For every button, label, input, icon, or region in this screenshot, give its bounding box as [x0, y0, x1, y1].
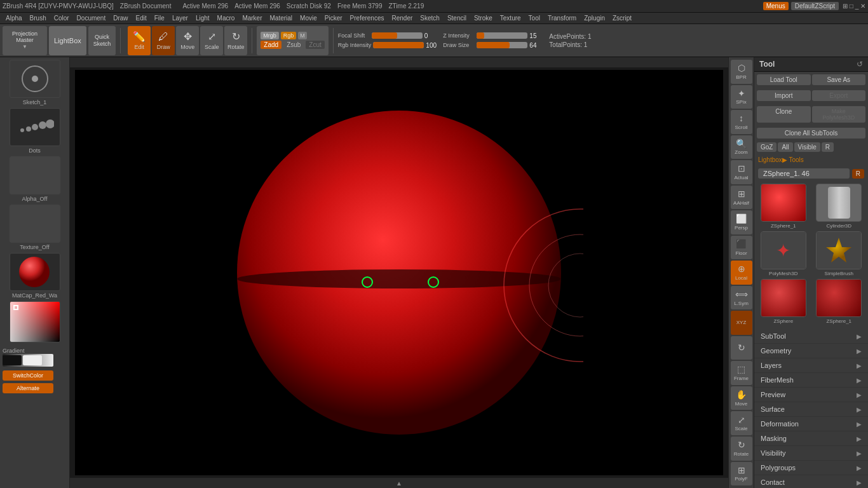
menu-stencil[interactable]: Stencil [444, 14, 470, 22]
matcap-box[interactable] [10, 253, 60, 291]
menu-transform[interactable]: Transform [545, 14, 580, 22]
color-picker-area[interactable] [3, 301, 67, 342]
tool-item-zsphere1b[interactable]: ZSphere_1 [813, 279, 866, 324]
focal-shift-track[interactable] [372, 32, 423, 39]
canvas-main[interactable] [75, 70, 723, 475]
rgb-button[interactable]: Rgb [281, 32, 297, 39]
menu-macro[interactable]: Macro [214, 14, 238, 22]
current-tool-name[interactable]: ZSphere_1. 46 [758, 168, 850, 179]
draw-button[interactable]: 🖊 Draw [152, 26, 175, 55]
import-button[interactable]: Import [757, 90, 811, 101]
tool-item-zsphere[interactable]: ZSphere [757, 279, 810, 324]
goz-button[interactable]: GoZ [757, 142, 776, 152]
menu-marker[interactable]: Marker [239, 14, 265, 22]
z-intensity-track[interactable] [477, 32, 527, 39]
menu-draw[interactable]: Draw [110, 14, 131, 22]
scale2-button[interactable]: ⤢ Scale [731, 411, 752, 435]
tool-item-zsphere1[interactable]: ZSphere_1 [757, 184, 810, 229]
persp-button[interactable]: ⬜ Persp [731, 210, 752, 234]
load-tool-button[interactable]: Load Tool [757, 74, 811, 85]
r-button[interactable]: R [822, 142, 834, 152]
surface-menu-item[interactable]: Surface ▶ [754, 402, 868, 417]
menu-sketch[interactable]: Sketch [417, 14, 443, 22]
menu-file[interactable]: File [151, 14, 168, 22]
tool-item-cylinder3d[interactable]: Cylinder3D [813, 184, 866, 229]
menu-light[interactable]: Light [193, 14, 213, 22]
clone-button[interactable]: Clone [757, 106, 811, 123]
move2-button[interactable]: ✋ Move [731, 386, 752, 410]
menu-material[interactable]: Material [267, 14, 296, 22]
masking-menu-item[interactable]: Masking ▶ [754, 431, 868, 446]
gradient-swatch[interactable] [3, 354, 53, 367]
visibility-menu-item[interactable]: Visibility ▶ [754, 446, 868, 461]
lightbox-tools-label[interactable]: Lightbox▶ Tools [758, 156, 804, 163]
lightbox-button[interactable]: LightBox [49, 26, 86, 55]
sketch-swatch[interactable]: Sketch_1 [3, 60, 67, 105]
floor-button[interactable]: ⬛ Floor [731, 236, 752, 260]
scale-button[interactable]: ⤢ Scale [200, 26, 223, 55]
menu-brush[interactable]: Brush [27, 14, 50, 22]
menu-document[interactable]: Document [74, 14, 109, 22]
deformation-menu-item[interactable]: Deformation ▶ [754, 417, 868, 431]
polyf-button[interactable]: ⊞ PolyF [731, 462, 752, 486]
zcut-button[interactable]: Zcut [306, 41, 324, 49]
default-zscript-button[interactable]: DefaultZScript [791, 2, 839, 10]
color-picker[interactable] [10, 301, 60, 342]
export-button[interactable]: Export [812, 90, 866, 101]
menu-color[interactable]: Color [51, 14, 72, 22]
clone-all-subtools-button[interactable]: Clone All SubTools [757, 128, 865, 139]
dots-swatch[interactable]: Dots [3, 108, 67, 154]
zadd-button[interactable]: Zadd [261, 41, 281, 49]
fibermesh-menu-item[interactable]: FiberMesh ▶ [754, 373, 868, 388]
mrgb-button[interactable]: Mrgb [261, 32, 279, 39]
sphere-viewport[interactable] [215, 95, 583, 451]
quick-sketch-button[interactable]: QuickSketch [88, 26, 116, 55]
contact-menu-item[interactable]: Contact ▶ [754, 475, 868, 488]
refresh-icon[interactable]: ↺ [857, 60, 863, 69]
alternate-button[interactable]: Alternate [3, 383, 53, 393]
xyz-button[interactable]: XYZ [731, 311, 752, 335]
menu-preferences[interactable]: Preferences [347, 14, 388, 22]
layers-menu-item[interactable]: Layers ▶ [754, 358, 868, 373]
texture-swatch[interactable]: Texture_Off [3, 205, 67, 250]
draw-size-track[interactable] [477, 42, 527, 48]
tool-thumb-zsphere[interactable] [761, 279, 806, 317]
menu-zscript[interactable]: Zscript [609, 14, 635, 22]
tool-thumb-simplebrush[interactable] [816, 231, 862, 269]
all-button[interactable]: All [778, 142, 792, 152]
menu-zplugin[interactable]: Zplugin [581, 14, 608, 22]
tool-thumb-polymesh3d[interactable]: ✦ [761, 231, 806, 269]
rotate-sym-button[interactable]: ↻ [731, 336, 752, 360]
menu-picker[interactable]: Picker [322, 14, 346, 22]
projection-master-button[interactable]: ProjectionMaster ▼ [3, 26, 47, 55]
alpha-swatch[interactable]: Alpha_Off [3, 156, 67, 202]
local-button[interactable]: ⊕ Local [731, 261, 752, 285]
menu-movie[interactable]: Movie [297, 14, 320, 22]
preview-menu-item[interactable]: Preview ▶ [754, 388, 868, 402]
menu-stroke[interactable]: Stroke [471, 14, 496, 22]
tool-thumb-cylinder3d[interactable] [816, 184, 862, 222]
polygroups-menu-item[interactable]: Polygroups ▶ [754, 461, 868, 475]
bpr-button[interactable]: ⬡ BPR [731, 60, 752, 84]
dots-box[interactable] [10, 108, 60, 146]
edit-button[interactable]: ✏️ Edit [128, 26, 151, 55]
menus-button[interactable]: Menus [763, 2, 789, 10]
frame-button[interactable]: ⬚ Frame [731, 361, 752, 385]
tool-item-polymesh3d[interactable]: ✦ PolyMesh3D [757, 231, 810, 276]
tool-r-badge[interactable]: R [852, 169, 864, 179]
menu-edit[interactable]: Edit [133, 14, 150, 22]
subtool-menu-item[interactable]: SubTool ▶ [754, 329, 868, 344]
actual-button[interactable]: ⊡ Actual [731, 160, 752, 184]
geometry-menu-item[interactable]: Geometry ▶ [754, 344, 868, 358]
menu-layer[interactable]: Layer [169, 14, 191, 22]
rotate-button[interactable]: ↻ Rotate [224, 26, 247, 55]
save-as-button[interactable]: Save As [812, 74, 866, 85]
zsub-button[interactable]: Zsub [283, 41, 304, 49]
switch-color-button[interactable]: SwitchColor [3, 370, 53, 381]
make-polymesh-button[interactable]: Make PolyMesh3D [812, 106, 866, 123]
texture-box[interactable] [10, 205, 60, 243]
menu-tool[interactable]: Tool [526, 14, 543, 22]
menu-render[interactable]: Render [389, 14, 416, 22]
spix-button[interactable]: ✦ SPix [731, 85, 752, 109]
menu-alpha[interactable]: Alpha [3, 14, 25, 22]
